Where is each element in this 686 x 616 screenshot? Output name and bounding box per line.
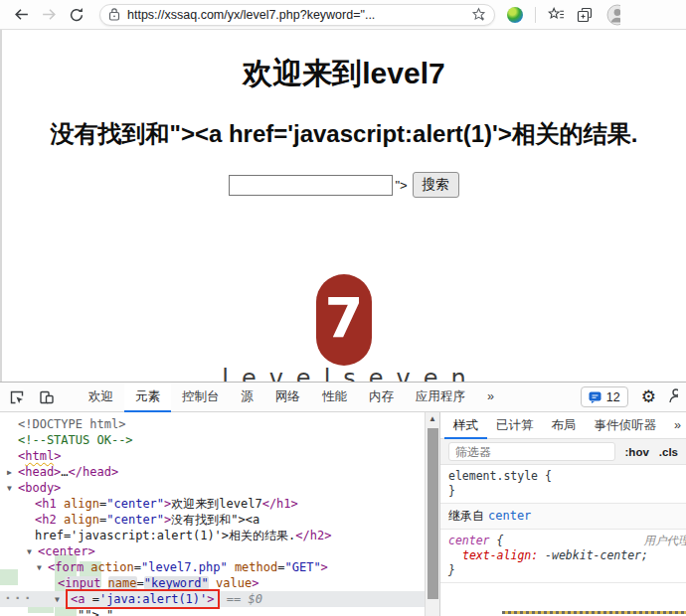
expand-arrow-icon[interactable]: ▶ [7, 465, 18, 481]
element-style-close: } [448, 484, 678, 499]
devtools-toolbar: 欢迎 元素 控制台 源 网络 性能 内存 应用程序 » 12 ⚙ [0, 383, 686, 412]
dom-tree-line[interactable]: ""> " [0, 607, 425, 616]
keyword-input[interactable] [229, 175, 393, 196]
code-token: action [90, 560, 133, 574]
code-token: <head> [18, 465, 61, 479]
dom-tree-line[interactable]: <!--STATUS OK--> [0, 432, 425, 448]
dom-tree-line[interactable]: ▼<center> [0, 543, 425, 559]
code-token: = [137, 576, 144, 590]
tab-computed[interactable]: 已计算 [487, 412, 543, 439]
code-token: <!DOCTYPE html> [18, 417, 125, 431]
dom-tree-line[interactable]: href='javascript:alert(1)'>相关的结果.</h2> [0, 528, 425, 543]
back-icon[interactable] [10, 4, 32, 26]
code-token: "center" [106, 497, 164, 511]
code-token: > [207, 592, 214, 606]
dashed-divider [502, 611, 686, 614]
more-tabs-icon[interactable]: » [476, 383, 505, 412]
search-button[interactable]: 搜索 [413, 172, 459, 198]
code-token: "keyword" [144, 576, 209, 590]
code-token: <body> [18, 481, 61, 495]
code-token: </h2> [295, 529, 331, 542]
code-token: name [108, 576, 137, 590]
inherited-from-row: 继承自center [440, 504, 686, 530]
dom-tree-line[interactable]: ▶<head>…</head> [0, 464, 425, 480]
profile-avatar[interactable] [606, 4, 620, 26]
scrollbar-thumb[interactable] [428, 428, 438, 599]
element-style-open: element.style { [448, 469, 678, 484]
code-token: value [216, 576, 252, 590]
browser-toolbar: https://xssaq.com/yx/level7.php?keyword=… [0, 0, 686, 30]
tab-welcome[interactable]: 欢迎 [78, 383, 124, 412]
favorites-hub-icon[interactable] [548, 7, 565, 22]
code-token: <!--STATUS OK--> [18, 433, 133, 447]
code-token: "GET" [284, 560, 320, 574]
tab-elements[interactable]: 元素 [124, 383, 171, 412]
styles-pane: 样式 已计算 布局 事件侦听器 » :hov .cls element.styl… [439, 412, 686, 616]
code-token: "center" [106, 513, 164, 527]
toolbar-separator [535, 7, 536, 23]
add-favorite-icon[interactable] [471, 7, 486, 22]
collapse-arrow-icon[interactable]: ▼ [37, 560, 48, 576]
more-panels-icon[interactable]: » [665, 412, 686, 439]
dom-tree-line[interactable]: <!DOCTYPE html> [0, 416, 425, 432]
styles-tabs: 样式 已计算 布局 事件侦听器 » [440, 412, 686, 439]
tab-network[interactable]: 网络 [264, 383, 311, 412]
code-token: html [25, 449, 54, 463]
element-style-rule[interactable]: element.style { } [440, 465, 686, 504]
collapse-arrow-icon[interactable]: ▼ [55, 592, 66, 608]
code-token: 没有找到和"><a [171, 513, 259, 527]
devtools-panel: 欢迎 元素 控制台 源 网络 性能 内存 应用程序 » 12 ⚙ [0, 382, 686, 616]
hidden-elements-marker[interactable]: ··· [4, 591, 33, 607]
code-token: == $0 [220, 592, 262, 606]
code-token: > [321, 560, 328, 574]
logo-caption: levelseven [2, 365, 686, 382]
tab-sources[interactable]: 源 [231, 383, 265, 412]
issues-counter-button[interactable]: 12 [581, 386, 628, 407]
collections-add-icon[interactable] [577, 7, 593, 23]
center-rule[interactable]: 用户代理样式表 center { text-align: -webkit-cen… [440, 530, 686, 583]
refresh-icon[interactable] [66, 4, 87, 26]
dom-tree-line[interactable]: <html> [0, 448, 425, 464]
code-token: <h2 [35, 513, 64, 527]
css-property-value[interactable]: -webkit-center; [538, 548, 648, 562]
inspect-element-icon[interactable] [8, 388, 26, 406]
code-token: … [61, 465, 68, 479]
url-text[interactable]: https://xssaq.com/yx/level7.php?keyword=… [127, 8, 471, 22]
dom-tree-line[interactable]: <h1 align="center">欢迎来到level7</h1> [0, 496, 425, 512]
elements-scrollbar[interactable]: ▲ [425, 412, 439, 616]
forward-icon[interactable] [38, 4, 60, 26]
annotation-red-box: <a ='java:alert(1)'> [66, 589, 220, 609]
idm-extension-icon[interactable] [507, 7, 523, 23]
cls-toggle[interactable]: .cls [659, 446, 678, 458]
settings-gear-icon[interactable]: ⚙ [641, 388, 656, 405]
tab-memory[interactable]: 内存 [358, 383, 405, 412]
code-token: 欢迎来到level7 [171, 497, 261, 511]
tab-styles[interactable]: 样式 [444, 412, 487, 439]
css-property-name[interactable]: text-align: [462, 548, 538, 562]
code-token: <a [71, 592, 92, 606]
dom-tree-line[interactable]: ▼<body> [0, 480, 425, 496]
hov-toggle[interactable]: :hov [625, 446, 649, 458]
rule-selector: center [448, 534, 490, 547]
code-token: = [134, 560, 141, 574]
feedback-person-icon[interactable] [666, 386, 678, 408]
rule-origin: 用户代理样式表 [644, 534, 686, 548]
dom-tree-line[interactable]: ▼<a ='java:alert(1)'> == $0 [0, 591, 425, 607]
dom-tree-line[interactable]: ▼<form action="level7.php" method="GET"> [0, 559, 425, 575]
tab-layout[interactable]: 布局 [543, 412, 586, 439]
scroll-up-icon[interactable]: ▲ [426, 414, 439, 423]
tab-event-listeners[interactable]: 事件侦听器 [586, 412, 666, 439]
code-token: <form [48, 560, 90, 574]
address-bar[interactable]: https://xssaq.com/yx/level7.php?keyword=… [99, 4, 495, 26]
device-toolbar-icon[interactable] [38, 388, 56, 406]
site-lock-icon[interactable] [108, 8, 120, 21]
collapse-arrow-icon[interactable]: ▼ [7, 481, 18, 497]
tab-performance[interactable]: 性能 [311, 383, 358, 412]
tab-application[interactable]: 应用程序 [405, 383, 476, 412]
dom-tree-line[interactable]: <h2 align="center">没有找到和"><a [0, 512, 425, 528]
code-token [228, 560, 235, 574]
inherited-from-link[interactable]: center [488, 509, 531, 523]
collapse-arrow-icon[interactable]: ▼ [27, 544, 38, 560]
tab-console[interactable]: 控制台 [171, 383, 231, 412]
style-filter-input[interactable] [448, 442, 615, 461]
